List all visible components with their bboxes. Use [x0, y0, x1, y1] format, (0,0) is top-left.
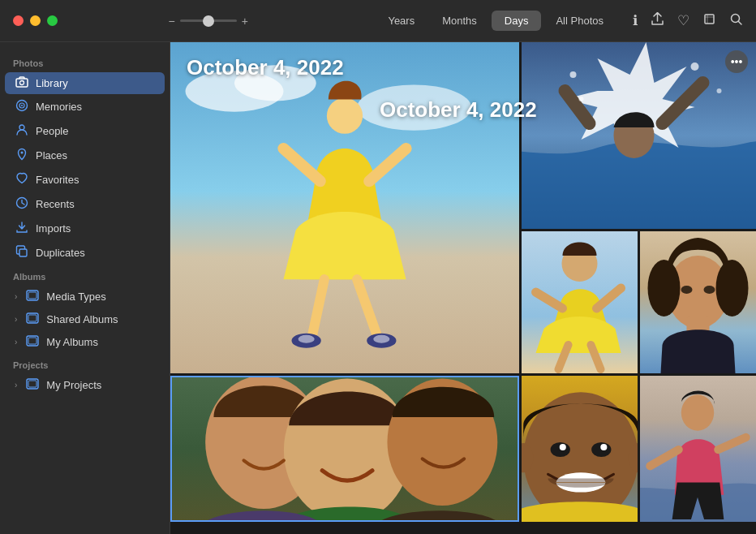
nav-tabs: Years Months Days All Photos — [375, 11, 616, 31]
sidebar-item-my-albums-label: My Albums — [46, 336, 98, 348]
photo-hero[interactable]: October 4, 2022 — [170, 42, 519, 373]
svg-rect-18 — [28, 381, 37, 387]
svg-point-33 — [579, 97, 584, 101]
svg-point-23 — [327, 98, 363, 134]
expand-icon-4: › — [15, 381, 17, 390]
sidebar-item-imports-label: Imports — [36, 222, 71, 235]
tab-all-photos[interactable]: All Photos — [543, 11, 616, 31]
albums-section-title: Albums — [0, 265, 170, 285]
sidebar-item-recents-label: Recents — [36, 198, 75, 210]
people-icon — [15, 123, 29, 139]
svg-rect-12 — [28, 292, 37, 299]
zoom-track[interactable] — [180, 19, 237, 22]
sidebar: Photos Library Memories — [0, 42, 170, 534]
duplicates-icon — [15, 245, 29, 261]
shared-albums-icon — [25, 312, 40, 326]
tab-years[interactable]: Years — [375, 11, 427, 31]
sidebar-item-shared-albums-label: Shared Albums — [46, 313, 118, 325]
main-area: Photos Library Memories — [0, 42, 756, 534]
sidebar-item-memories[interactable]: Memories — [5, 95, 165, 118]
my-albums-icon — [25, 335, 40, 349]
tab-months[interactable]: Months — [429, 11, 490, 31]
places-icon — [15, 148, 29, 163]
svg-point-31 — [691, 62, 699, 71]
svg-point-42 — [704, 286, 715, 294]
svg-point-7 — [19, 125, 24, 130]
svg-point-8 — [21, 152, 24, 154]
expand-icon-2: › — [15, 315, 17, 324]
photo-middle-right-1[interactable] — [522, 231, 638, 373]
sidebar-item-people-label: People — [36, 125, 68, 137]
zoom-slider-area: − + — [169, 15, 248, 28]
library-icon — [15, 76, 29, 90]
svg-point-54 — [600, 444, 607, 450]
titlebar: − + Years Months Days All Photos ℹ ♡ — [0, 0, 756, 42]
sidebar-item-my-projects-label: My Projects — [46, 379, 101, 391]
photo-grid: October 4, 2022 — [170, 42, 756, 534]
content-area: October 4, 2022 — [170, 42, 756, 534]
sidebar-item-imports[interactable]: Imports — [5, 217, 165, 240]
svg-point-53 — [560, 444, 566, 450]
heart-icon[interactable]: ♡ — [677, 12, 689, 29]
share-icon[interactable] — [651, 12, 664, 30]
info-icon[interactable]: ℹ — [633, 12, 638, 29]
sidebar-item-people[interactable]: People — [5, 119, 165, 143]
svg-point-30 — [570, 71, 577, 78]
photo-top-right[interactable]: ••• — [522, 42, 756, 229]
crop-icon[interactable] — [702, 12, 716, 30]
sidebar-item-library[interactable]: Library — [5, 72, 165, 94]
sidebar-item-my-albums[interactable]: › My Albums — [5, 331, 165, 353]
photo-bottom-left[interactable] — [170, 376, 519, 522]
maximize-button[interactable] — [47, 15, 58, 26]
favorites-icon — [15, 172, 29, 187]
svg-rect-10 — [19, 249, 27, 256]
sidebar-item-library-label: Library — [36, 77, 68, 89]
svg-point-6 — [21, 105, 23, 106]
svg-point-32 — [717, 88, 722, 93]
svg-point-39 — [648, 260, 681, 317]
photo-middle-right-2[interactable] — [640, 231, 756, 373]
svg-rect-16 — [28, 338, 37, 344]
sidebar-item-recents[interactable]: Recents — [5, 192, 165, 216]
recents-icon — [15, 196, 29, 212]
imports-icon — [15, 221, 29, 236]
photo-bottom-right[interactable] — [640, 376, 756, 522]
minimize-button[interactable] — [30, 15, 41, 26]
tab-days[interactable]: Days — [492, 11, 542, 31]
zoom-minus-icon[interactable]: − — [169, 15, 175, 28]
photos-section-title: Photos — [0, 52, 170, 71]
svg-rect-2 — [16, 79, 28, 87]
sidebar-item-places-label: Places — [36, 149, 67, 161]
svg-point-41 — [681, 286, 693, 294]
sidebar-item-favorites[interactable]: Favorites — [5, 168, 165, 192]
svg-point-40 — [716, 260, 749, 317]
svg-point-51 — [551, 442, 570, 457]
svg-point-57 — [681, 394, 714, 430]
toolbar-icons: ℹ ♡ — [633, 12, 743, 30]
projects-section-title: Projects — [0, 354, 170, 373]
svg-rect-14 — [28, 315, 37, 321]
svg-point-22 — [357, 84, 471, 130]
sidebar-item-duplicates[interactable]: Duplicates — [5, 241, 165, 265]
zoom-thumb[interactable] — [203, 15, 214, 27]
photo-bottom-middle[interactable] — [522, 376, 638, 522]
sidebar-item-shared-albums[interactable]: › Shared Albums — [5, 308, 165, 330]
traffic-lights — [13, 15, 58, 26]
sidebar-item-places[interactable]: Places — [5, 144, 165, 167]
svg-point-26 — [299, 335, 315, 343]
svg-point-27 — [373, 335, 389, 343]
more-button[interactable]: ••• — [725, 50, 748, 73]
sidebar-item-media-types[interactable]: › Media Types — [5, 286, 165, 308]
svg-point-21 — [234, 65, 316, 101]
media-types-icon — [25, 290, 40, 304]
zoom-plus-icon[interactable]: + — [242, 15, 248, 28]
svg-rect-0 — [705, 15, 714, 24]
expand-icon: › — [15, 292, 17, 301]
search-icon[interactable] — [729, 12, 743, 30]
sidebar-item-memories-label: Memories — [36, 101, 82, 113]
sidebar-item-my-projects[interactable]: › My Projects — [5, 374, 165, 396]
sidebar-item-duplicates-label: Duplicates — [36, 247, 85, 259]
memories-icon — [15, 99, 29, 114]
close-button[interactable] — [13, 15, 24, 26]
sidebar-item-favorites-label: Favorites — [36, 174, 79, 186]
